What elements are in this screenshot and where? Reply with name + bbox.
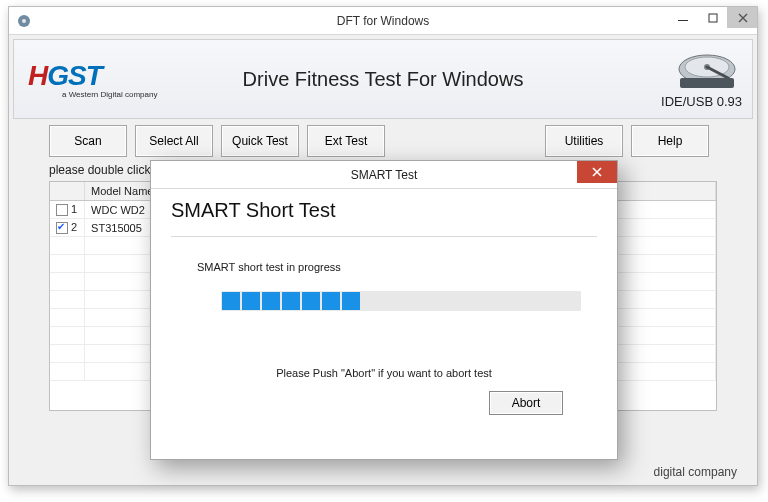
- svg-rect-2: [678, 20, 688, 21]
- modal-title: SMART Test: [351, 168, 418, 182]
- modal-titlebar: SMART Test: [151, 161, 617, 189]
- maximize-icon: [708, 13, 718, 23]
- progress-segment: [542, 292, 560, 310]
- modal-instruction: Please Push "Abort" if you want to abort…: [171, 367, 597, 379]
- close-icon: [738, 13, 748, 23]
- header-banner: HGST a Western Digital company Drive Fit…: [13, 39, 753, 119]
- progress-segment: [242, 292, 260, 310]
- row-index: 2: [71, 221, 77, 233]
- progress-segment: [302, 292, 320, 310]
- progress-segment: [502, 292, 520, 310]
- toolbar: Scan Select All Quick Test Ext Test Util…: [9, 119, 757, 157]
- scan-button[interactable]: Scan: [49, 125, 127, 157]
- progress-segment: [422, 292, 440, 310]
- progress-segment: [482, 292, 500, 310]
- banner-title: Drive Fitness Test For Windows: [243, 68, 524, 91]
- hgst-logo: HGST a Western Digital company: [28, 60, 157, 99]
- progress-bar: [221, 291, 581, 311]
- progress-segment: [442, 292, 460, 310]
- progress-segment: [462, 292, 480, 310]
- minimize-button[interactable]: [667, 7, 697, 28]
- modal-status: SMART short test in progress: [197, 261, 597, 273]
- hdd-icon: [672, 46, 742, 92]
- abort-button[interactable]: Abort: [489, 391, 563, 415]
- svg-point-1: [22, 19, 26, 23]
- main-titlebar: DFT for Windows: [9, 7, 757, 35]
- progress-segment: [562, 292, 580, 310]
- progress-segment: [382, 292, 400, 310]
- select-all-button[interactable]: Select All: [135, 125, 213, 157]
- progress-segment: [222, 292, 240, 310]
- modal-body: SMART Short Test SMART short test in pro…: [151, 189, 617, 427]
- help-button[interactable]: Help: [631, 125, 709, 157]
- modal-divider: [171, 236, 597, 237]
- progress-segment: [262, 292, 280, 310]
- row-checkbox[interactable]: [56, 204, 68, 216]
- col-checkbox[interactable]: [50, 182, 85, 201]
- banner-right: IDE/USB 0.93: [642, 46, 742, 114]
- svg-rect-3: [709, 14, 717, 22]
- footer-text: digital company: [654, 465, 737, 479]
- row-index: 1: [71, 203, 77, 215]
- maximize-button[interactable]: [697, 7, 727, 28]
- svg-rect-7: [680, 78, 734, 88]
- logo-red-letter: H: [28, 60, 47, 91]
- main-title: DFT for Windows: [337, 14, 429, 28]
- close-icon: [592, 167, 602, 177]
- progress-segment: [342, 292, 360, 310]
- ext-test-button[interactable]: Ext Test: [307, 125, 385, 157]
- app-icon: [17, 14, 31, 28]
- window-controls: [667, 7, 757, 28]
- progress-segment: [322, 292, 340, 310]
- row-checkbox[interactable]: [56, 222, 68, 234]
- logo-subtext: a Western Digital company: [62, 90, 157, 99]
- close-button[interactable]: [727, 7, 757, 28]
- minimize-icon: [678, 13, 688, 23]
- logo-blue-letters: GST: [47, 60, 102, 91]
- progress-segment: [362, 292, 380, 310]
- smart-test-dialog: SMART Test SMART Short Test SMART short …: [150, 160, 618, 460]
- version-text: IDE/USB 0.93: [661, 94, 742, 109]
- modal-close-button[interactable]: [577, 161, 617, 183]
- progress-segment: [282, 292, 300, 310]
- modal-heading: SMART Short Test: [171, 199, 597, 222]
- utilities-button[interactable]: Utilities: [545, 125, 623, 157]
- progress-segment: [402, 292, 420, 310]
- quick-test-button[interactable]: Quick Test: [221, 125, 299, 157]
- progress-segment: [522, 292, 540, 310]
- modal-button-row: Abort: [171, 391, 597, 415]
